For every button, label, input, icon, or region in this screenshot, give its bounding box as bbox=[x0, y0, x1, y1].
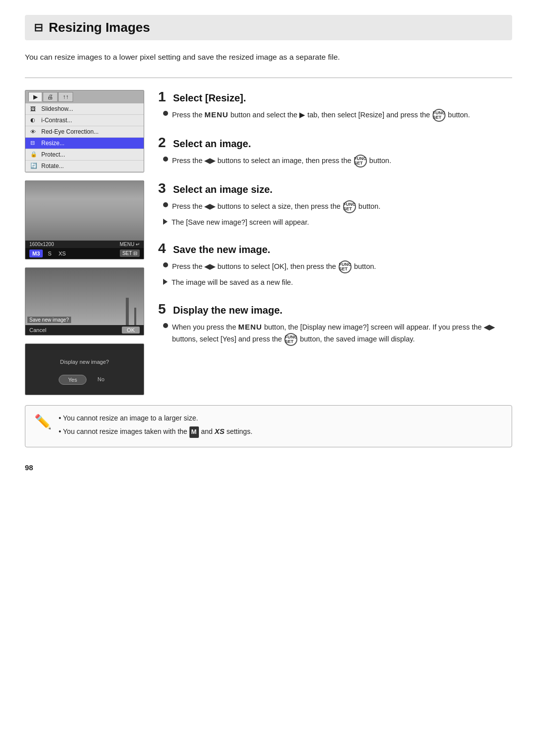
step-1: 1 Select [Resize]. Press the MENU button… bbox=[158, 90, 512, 122]
bullet-dot-icon-5 bbox=[163, 323, 168, 328]
slideshow-icon: 🖼 bbox=[30, 106, 38, 112]
display-buttons: Yes No bbox=[30, 375, 139, 385]
tower3-decoration bbox=[126, 298, 129, 325]
menu-item-rotate: 🔄 Rotate... bbox=[25, 161, 144, 172]
lr-key-1: ◀▶ bbox=[204, 157, 215, 165]
divider bbox=[25, 78, 512, 78]
lr-key-3: ◀▶ bbox=[204, 262, 215, 270]
redeye-icon: 👁 bbox=[30, 129, 38, 135]
protect-icon: 🔒 bbox=[30, 151, 38, 158]
triangle-icon-2 bbox=[163, 279, 168, 285]
step-3-bullet-2-text: The [Save new image?] screen will appear… bbox=[172, 217, 512, 228]
ok-button[interactable]: OK bbox=[122, 327, 140, 334]
step-5-title: Display the new image. bbox=[173, 305, 282, 316]
resize-camera-view bbox=[25, 181, 144, 241]
step-3-bullet-1: Press the ◀▶ buttons to select a size, t… bbox=[163, 200, 512, 213]
menu-item-redeye: 👁 Red-Eye Correction... bbox=[25, 126, 144, 138]
menu-key: MENU bbox=[204, 110, 228, 119]
size-s-button[interactable]: S bbox=[46, 250, 53, 257]
note-line-2: • You cannot resize images taken with th… bbox=[59, 425, 253, 438]
title-bar: ⊟ Resizing Images bbox=[25, 15, 512, 40]
step-2-bullets: Press the ◀▶ buttons to select an image,… bbox=[163, 155, 512, 168]
step-4-bullets: Press the ◀▶ buttons to select [OK], the… bbox=[163, 260, 512, 288]
step-4-bullet-2-text: The image will be saved as a new file. bbox=[172, 277, 512, 288]
step-1-bullets: Press the MENU button and select the ▶ t… bbox=[163, 109, 512, 122]
step-2-header: 2 Select an image. bbox=[158, 136, 512, 150]
bullet-dot-icon bbox=[163, 111, 168, 116]
menu-item-protect: 🔒 Protect... bbox=[25, 149, 144, 161]
step-5-bullet-1-text: When you press the MENU button, the [Dis… bbox=[172, 321, 512, 346]
display-screen: Display new image? Yes No bbox=[25, 344, 144, 395]
step-1-bullet-1-text: Press the MENU button and select the ▶ t… bbox=[172, 109, 512, 122]
menu-item-protect-label: Protect... bbox=[41, 151, 65, 158]
note-line-1: • You cannot resize an image to a larger… bbox=[59, 413, 253, 423]
bullet-dot-icon-4 bbox=[163, 262, 168, 267]
step-5-header: 5 Display the new image. bbox=[158, 302, 512, 316]
bullet-dot-icon-2 bbox=[163, 157, 168, 162]
set-button[interactable]: SET ⊟ bbox=[120, 250, 140, 257]
func-set-key-1: FUNCSET bbox=[433, 109, 446, 122]
note-box: ✏️ • You cannot resize an image to a lar… bbox=[25, 405, 512, 447]
step-3-bullet-1-text: Press the ◀▶ buttons to select a size, t… bbox=[172, 200, 512, 213]
display-prompt: Display new image? bbox=[30, 359, 139, 365]
step-3-bullets: Press the ◀▶ buttons to select a size, t… bbox=[163, 200, 512, 228]
step-3: 3 Select an image size. Press the ◀▶ but… bbox=[158, 181, 512, 228]
step-5-bullets: When you press the MENU button, the [Dis… bbox=[163, 321, 512, 346]
step-4-bullet-2: The image will be saved as a new file. bbox=[163, 277, 512, 288]
resize-icon: ⊟ bbox=[30, 140, 38, 146]
menu-item-resize-label: Resize... bbox=[41, 140, 65, 147]
tower4-decoration bbox=[134, 308, 136, 325]
lr-key-2: ◀▶ bbox=[204, 202, 215, 210]
step-4-header: 4 Save the new image. bbox=[158, 242, 512, 255]
note-pencil-icon: ✏️ bbox=[34, 414, 52, 430]
step-4-number: 4 bbox=[158, 242, 169, 255]
step-1-number: 1 bbox=[158, 90, 169, 104]
size-m3-button[interactable]: M3 bbox=[29, 250, 43, 257]
resize-resolution: 1600x1200 bbox=[29, 242, 54, 247]
rotate-icon: 🔄 bbox=[30, 163, 38, 169]
screenshots-column: ▶ 🖨 ↑↑ 🖼 Slideshow... ◐ i-Contrast... 👁 … bbox=[25, 90, 144, 395]
menu-tab-print: 🖨 bbox=[43, 92, 58, 102]
step-5: 5 Display the new image. When you press … bbox=[158, 302, 512, 346]
step-2-bullet-1-text: Press the ◀▶ buttons to select an image,… bbox=[172, 155, 512, 168]
lr-key-4: ◀▶ bbox=[484, 323, 495, 331]
note-xs-label: XS bbox=[215, 427, 225, 435]
func-set-key-4: FUNCSET bbox=[339, 260, 352, 273]
menu-item-redeye-label: Red-Eye Correction... bbox=[41, 128, 98, 135]
step-4: 4 Save the new image. Press the ◀▶ butto… bbox=[158, 242, 512, 288]
func-set-key-2: FUNCSET bbox=[354, 155, 367, 168]
menu-key-2: MENU bbox=[238, 323, 262, 331]
menu-screenshot: ▶ 🖨 ↑↑ 🖼 Slideshow... ◐ i-Contrast... 👁 … bbox=[25, 90, 144, 172]
menu-item-resize: ⊟ Resize... bbox=[25, 138, 144, 149]
step-1-bullet-1: Press the MENU button and select the ▶ t… bbox=[163, 109, 512, 122]
display-yes-button[interactable]: Yes bbox=[59, 375, 87, 385]
step-3-bullet-2: The [Save new image?] screen will appear… bbox=[163, 217, 512, 228]
resize-menu-label: MENU ↵ bbox=[120, 242, 140, 247]
menu-item-icontrast: ◐ i-Contrast... bbox=[25, 115, 144, 126]
step-5-number: 5 bbox=[158, 302, 169, 316]
menu-item-icontrast-label: i-Contrast... bbox=[41, 117, 72, 124]
intro-text: You can resize images to a lower pixel s… bbox=[25, 51, 512, 64]
steps-column: 1 Select [Resize]. Press the MENU button… bbox=[158, 90, 512, 360]
step-5-bullet-1: When you press the MENU button, the [Dis… bbox=[163, 321, 512, 346]
page-number: 98 bbox=[25, 463, 512, 472]
note-m-label: M bbox=[189, 426, 199, 438]
main-layout: ▶ 🖨 ↑↑ 🖼 Slideshow... ◐ i-Contrast... 👁 … bbox=[25, 90, 512, 395]
display-no-button[interactable]: No bbox=[91, 375, 110, 385]
step-4-bullet-1: Press the ◀▶ buttons to select [OK], the… bbox=[163, 260, 512, 273]
func-set-key-5: FUNCSET bbox=[284, 333, 297, 346]
step-4-bullet-1-text: Press the ◀▶ buttons to select [OK], the… bbox=[172, 260, 512, 273]
save-screenshot: ⊟ Resize Save new image? Cancel OK bbox=[25, 267, 144, 336]
cam-bottom-bar-1: 1600x1200 MENU ↵ bbox=[25, 241, 144, 248]
resize-size-screenshot: ⊟ Resize 1600x1200 MENU ↵ M3 S XS SE bbox=[25, 180, 144, 259]
func-set-key-3: FUNCSET bbox=[343, 200, 356, 213]
save-bottom-bar: Cancel OK bbox=[25, 325, 144, 335]
step-3-title: Select an image size. bbox=[173, 184, 272, 195]
save-camera-view: Save new image? bbox=[25, 268, 144, 325]
cancel-button[interactable]: Cancel bbox=[29, 327, 46, 333]
size-xs-button[interactable]: XS bbox=[57, 250, 68, 257]
page-title: Resizing Images bbox=[49, 20, 150, 35]
step-2-number: 2 bbox=[158, 136, 169, 150]
note-content: • You cannot resize an image to a larger… bbox=[59, 413, 253, 440]
bullet-dot-icon-3 bbox=[163, 202, 168, 207]
